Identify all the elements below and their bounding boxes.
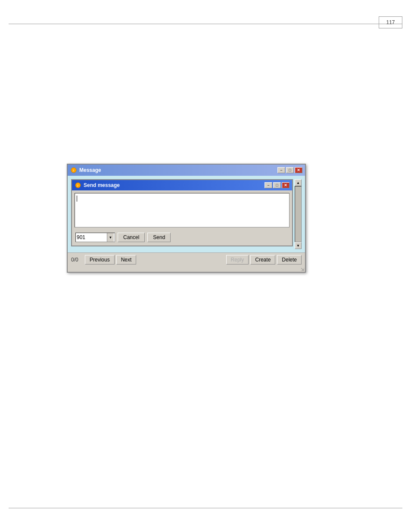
svg-text:♪: ♪ bbox=[72, 168, 74, 172]
inner-window-title: Send message bbox=[84, 182, 120, 188]
resize-icon: ⇲ bbox=[301, 267, 304, 272]
outer-window-icon: ♪ bbox=[70, 167, 77, 174]
inner-close-button[interactable]: ✕ bbox=[282, 182, 290, 188]
scroll-down-button[interactable]: ▼ bbox=[295, 242, 302, 249]
message-counter: 0/0 bbox=[71, 257, 83, 263]
content-area: ♪ Send message − □ ✕ bbox=[71, 179, 293, 249]
recipient-select[interactable]: ▼ bbox=[75, 233, 115, 242]
inner-titlebar: ♪ Send message − □ ✕ bbox=[72, 180, 292, 190]
inner-window-icon: ♪ bbox=[75, 182, 81, 189]
previous-button[interactable]: Previous bbox=[85, 255, 115, 264]
inner-window-controls: − □ ✕ bbox=[265, 182, 290, 188]
cancel-button[interactable]: Cancel bbox=[118, 233, 145, 242]
create-button[interactable]: Create bbox=[250, 255, 275, 264]
page-number: 117 bbox=[386, 19, 395, 25]
outer-close-button[interactable]: ✕ bbox=[295, 167, 302, 173]
outer-window-title: Message bbox=[79, 167, 101, 173]
dialog-wrapper: ♪ Message − □ ✕ bbox=[67, 164, 306, 273]
outer-titlebar: ♪ Message − □ ✕ bbox=[68, 165, 305, 176]
outer-body: ♪ Send message − □ ✕ bbox=[68, 176, 305, 252]
message-text-area[interactable] bbox=[75, 193, 290, 227]
scroll-track[interactable] bbox=[295, 186, 302, 242]
recipient-dropdown-arrow[interactable]: ▼ bbox=[107, 233, 114, 242]
outer-window: ♪ Message − □ ✕ bbox=[67, 164, 306, 273]
resize-handle[interactable]: ⇲ bbox=[68, 267, 305, 272]
page-number-box: 117 bbox=[379, 16, 402, 28]
reply-button[interactable]: Reply bbox=[226, 255, 249, 264]
bottom-rule bbox=[9, 508, 402, 508]
inner-footer: ▼ Cancel Send bbox=[72, 230, 292, 246]
next-button[interactable]: Next bbox=[116, 255, 137, 264]
outer-maximize-button[interactable]: □ bbox=[286, 167, 294, 173]
inner-window: ♪ Send message − □ ✕ bbox=[71, 179, 293, 246]
inner-maximize-button[interactable]: □ bbox=[273, 182, 281, 188]
outer-minimize-button[interactable]: − bbox=[277, 167, 285, 173]
inner-minimize-button[interactable]: − bbox=[265, 182, 272, 188]
top-rule bbox=[9, 24, 402, 24]
inner-titlebar-left: ♪ Send message bbox=[75, 182, 120, 189]
recipient-input[interactable] bbox=[77, 234, 107, 240]
outer-window-controls: − □ ✕ bbox=[277, 167, 302, 173]
text-cursor bbox=[77, 196, 77, 202]
svg-text:♪: ♪ bbox=[77, 184, 78, 187]
send-button[interactable]: Send bbox=[147, 233, 171, 242]
outer-titlebar-left: ♪ Message bbox=[70, 167, 101, 174]
delete-button[interactable]: Delete bbox=[277, 255, 302, 264]
scroll-up-button[interactable]: ▲ bbox=[295, 179, 302, 186]
outer-footer: 0/0 Previous Next Reply Create Delete bbox=[68, 252, 305, 267]
outer-body-inner: ♪ Send message − □ ✕ bbox=[71, 179, 302, 249]
scrollbar-right: ▲ ▼ bbox=[295, 179, 302, 249]
